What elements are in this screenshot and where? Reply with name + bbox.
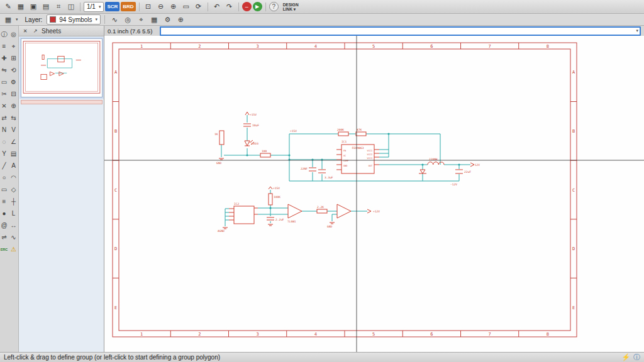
schematic-label: +15V [290,129,297,133]
tool-info[interactable]: ⓘ [0,28,9,40]
tool-replace[interactable]: ⇆ [9,112,18,124]
tool-erc[interactable]: ERC [0,243,9,255]
sheet-thumbnail[interactable] [21,38,103,97]
tool-dimension[interactable]: ↔ [9,219,18,231]
tool-rotate[interactable]: ⟲ [9,64,18,76]
layer-selector[interactable]: 94 Symbols ▾ [47,14,101,25]
detach-panel-icon[interactable]: ↗ [31,27,39,35]
save-icon[interactable]: ▣ [28,2,39,12]
zoom-select-icon[interactable]: ▭ [180,2,192,12]
tool-copy[interactable]: ⊞ [9,52,18,64]
tool-mark[interactable]: ⌖ [9,40,18,52]
tool-split[interactable]: Y [0,148,9,160]
tool-attribute[interactable]: @ [0,219,9,231]
zoom-in-icon[interactable]: ⊕ [168,2,179,12]
tool-optimize[interactable]: ∿ [9,231,18,243]
command-input[interactable] [160,26,641,36]
brd-button[interactable]: BRD [121,2,135,11]
tool-rect[interactable]: ▭ [0,184,9,195]
schematic-label: 6 [430,332,433,337]
tool-delete[interactable]: ✕ [0,100,9,112]
undo-icon[interactable]: ↶ [211,2,223,12]
tool-arc[interactable]: ◠ [9,172,18,184]
schematic-label: 2.2uF [275,218,284,221]
schematic-label: 8 [547,44,549,49]
tool-text[interactable]: A [9,160,18,172]
command-row: 0.1 inch (7.6 5.5) ▾ [104,26,644,36]
tool-bus[interactable]: ≡ [0,195,9,207]
tool-palette: ⓘ◎≡⌖✚⊞⇋⟲▭⚙✂⊟✕⊕⇄⇆NV◌∠Y▤╱A○◠▭◇≡┼●L@↔⇌∿ERC⚠ [0,26,19,352]
add-part-icon[interactable]: ⊕ [175,14,186,25]
grid-icon[interactable]: ▦ [15,2,26,12]
drawing-frame [113,43,577,337]
stop-button[interactable]: – [242,2,252,11]
tool-move[interactable]: ✚ [0,52,9,64]
tool-smash[interactable]: ◌ [0,136,9,148]
tool-mirror[interactable]: ⇋ [0,64,9,76]
help-button[interactable]: ? [269,2,279,11]
zoom-tool-icon[interactable]: ◎ [122,14,133,25]
toolbar-separator [104,15,105,24]
events-icon[interactable]: ⚡ [621,353,630,361]
tool-display[interactable]: ≡ [0,40,9,52]
tool-errors[interactable]: ⚠ [9,243,18,255]
schematic-label: 22NF [301,167,308,170]
sheet-thumbnail-next-partial[interactable] [21,100,103,104]
design-link-button[interactable]: DESIGN LINK ▾ [283,3,299,11]
layer-toolbar: ▦ ▾ Layer: 94 Symbols ▾ ∿◎⌖▦⚙⊕ [0,14,644,26]
toolbar-separator [238,3,239,11]
tool-name[interactable]: N [0,124,9,136]
chevron-down-icon: ▾ [96,17,98,22]
pencil-icon[interactable]: ✎ [3,2,14,12]
grid-settings-icon[interactable]: ▦ [3,14,14,25]
tool-add[interactable]: ⊕ [9,100,18,112]
layer-label: Layer: [25,16,43,23]
schematic-label: AGND [218,229,225,233]
tool-show[interactable]: ◎ [9,28,18,40]
schematic-label: VCC3 [367,157,372,160]
tool-group[interactable]: ▭ [0,76,9,88]
redo-icon[interactable]: ↷ [224,2,235,12]
tool-wire[interactable]: ╱ [0,160,9,172]
schematic-label: IC2 [234,202,239,206]
gear-icon[interactable]: ⚙ [162,14,173,25]
tool-net[interactable]: ┼ [9,195,18,207]
close-icon[interactable]: ✕ [21,27,29,35]
toolbar-separator [80,3,80,11]
tool-value[interactable]: V [9,124,18,136]
wire-bend-icon[interactable]: ∿ [109,14,120,25]
image-export-icon[interactable]: ◫ [65,2,77,12]
tool-circle[interactable]: ○ [0,172,9,184]
schematic-label: 1K [214,133,218,136]
tool-pinswap[interactable]: ⇄ [0,112,9,124]
chevron-down-icon[interactable]: ▾ [636,28,638,33]
frame-grid-labels: 1122334455667788AABBCCDDEE [114,44,575,337]
zoom-fit-icon[interactable]: ⊡ [143,2,154,12]
run-button[interactable]: ▶ [253,2,262,11]
tool-cut[interactable]: ✂ [0,88,9,100]
toolbar-separator [139,3,140,11]
mesh-icon[interactable]: ▦ [148,14,160,25]
schematic-label: 100K [274,195,280,199]
tool-change[interactable]: ⚙ [9,76,18,88]
scr-button[interactable]: SCR [105,2,119,11]
zoom-out-icon[interactable]: ⊖ [155,2,167,12]
cam-processor-icon[interactable]: ⌗ [53,2,64,12]
crosshair-icon[interactable]: ⌖ [135,14,147,25]
schematic-label: VC [343,155,346,157]
tool-label[interactable]: L [9,207,18,219]
tool-miter[interactable]: ∠ [9,136,18,148]
tool-invoke[interactable]: ▤ [9,148,18,160]
schematic-canvas[interactable]: 1122334455667788AABBCCDDEE [104,36,644,352]
tool-polygon[interactable]: ◇ [9,184,18,195]
print-icon[interactable]: ▤ [40,2,52,12]
tool-junction[interactable]: ● [0,207,9,219]
tool-gateswap[interactable]: ⇌ [0,231,9,243]
zoom-redraw-icon[interactable]: ⟳ [193,2,204,12]
info-icon[interactable]: ⓘ [633,353,640,362]
cursor-coordinates: 0.1 inch (7.6 5.5) [104,28,160,35]
tool-paste[interactable]: ⊟ [9,88,18,100]
sheet-selector[interactable]: 1/1 ▾ [84,2,104,12]
schematic-label: IC1 [341,140,347,143]
schematic-label: D [114,246,117,251]
